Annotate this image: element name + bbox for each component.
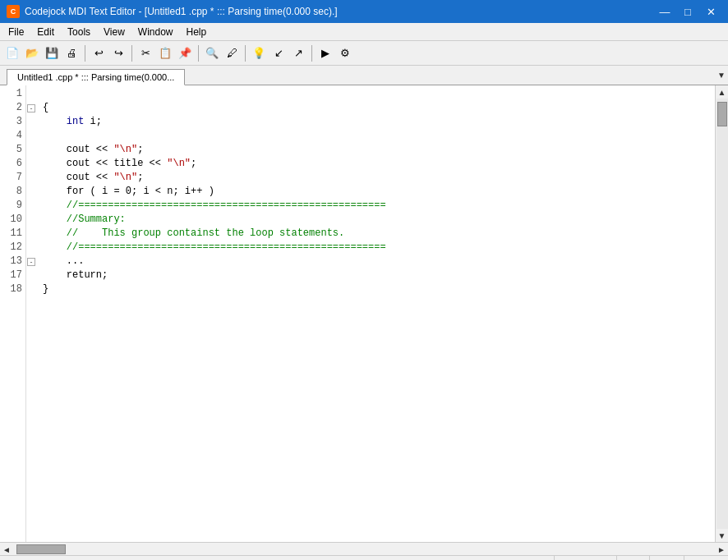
menu-item-edit[interactable]: Edit xyxy=(30,24,61,40)
scroll-track[interactable] xyxy=(716,99,728,529)
line-number-8: 8 xyxy=(0,185,25,199)
line-number-4: 4 xyxy=(0,129,25,143)
toolbar-separator-14 xyxy=(245,45,246,62)
new-button[interactable]: 📄 xyxy=(3,44,21,62)
code-line-4[interactable] xyxy=(38,129,715,143)
line-number-17: 17 xyxy=(0,269,25,282)
run-button[interactable]: ▶ xyxy=(316,44,334,62)
menu-item-view[interactable]: View xyxy=(97,24,131,40)
code-line-1[interactable] xyxy=(38,87,715,101)
code-area[interactable]: { int i; cout << "\n"; cout << title << … xyxy=(38,85,715,542)
fold-margin: -- xyxy=(26,85,38,542)
line-number-5: 5 xyxy=(0,143,25,157)
code-line-11[interactable]: // This group containst the loop stateme… xyxy=(38,227,715,241)
fold-cell-2[interactable]: - xyxy=(26,101,38,115)
code-line-12[interactable]: //======================================… xyxy=(38,241,715,255)
fold-cell-4 xyxy=(26,129,38,143)
line-number-3: 3 xyxy=(0,115,25,129)
code-line-6[interactable]: cout << title << "\n"; xyxy=(38,157,715,171)
menu-item-file[interactable]: File xyxy=(2,24,30,40)
nav1-button[interactable]: ↙ xyxy=(270,44,288,62)
line-number-2: 2 xyxy=(0,101,25,115)
status-cap: CAP xyxy=(616,556,649,560)
code-line-7[interactable]: cout << "\n"; xyxy=(38,171,715,185)
tab-untitled1[interactable]: Untitled1 .cpp * ::: Parsing time(0.000.… xyxy=(7,69,185,85)
code-line-5[interactable]: cout << "\n"; xyxy=(38,143,715,157)
fold-cell-3 xyxy=(26,115,38,129)
fold-icon-13[interactable]: - xyxy=(27,258,35,266)
vertical-scrollbar[interactable]: ▲ ▼ xyxy=(715,85,728,542)
highlight-button[interactable]: 🖊 xyxy=(223,44,241,62)
find-button[interactable]: 🔍 xyxy=(203,44,221,62)
status-bar: Ready Ln 18, Col 2 CAP NUM SCRL xyxy=(0,555,728,560)
menu-item-help[interactable]: Help xyxy=(180,24,214,40)
code-line-10[interactable]: //Summary: xyxy=(38,213,715,227)
paste-button[interactable]: 📌 xyxy=(176,44,194,62)
fold-icon-2[interactable]: - xyxy=(27,104,35,112)
status-num: NUM xyxy=(649,556,684,560)
code-line-13[interactable]: ... xyxy=(38,255,715,269)
menu-item-window[interactable]: Window xyxy=(131,24,180,40)
print-button[interactable]: 🖨 xyxy=(62,44,81,62)
fold-cell-9 xyxy=(26,199,38,213)
close-button[interactable]: ✕ xyxy=(700,3,721,20)
code-line-2[interactable]: { xyxy=(38,101,715,115)
scroll-down-arrow[interactable]: ▼ xyxy=(716,529,729,542)
undo-button[interactable]: ↩ xyxy=(90,44,108,62)
save-button[interactable]: 💾 xyxy=(43,44,61,62)
fold-cell-11 xyxy=(26,227,38,241)
hscroll-left-arrow[interactable]: ◄ xyxy=(0,543,13,556)
toolbar-separator-18 xyxy=(311,45,312,62)
fold-cell-13[interactable]: - xyxy=(26,255,38,269)
menu-bar: FileEditToolsViewWindowHelp xyxy=(0,23,728,41)
fold-cell-12 xyxy=(26,241,38,255)
tab-label: Untitled1 .cpp * ::: Parsing time(0.000.… xyxy=(17,72,174,82)
config-button[interactable]: ⚙ xyxy=(336,44,354,62)
code-line-8[interactable]: for ( i = 0; i < n; i++ ) xyxy=(38,185,715,199)
fold-cell-6 xyxy=(26,157,38,171)
title-bar: C Codejock MDI Text Editor - [Untitled1 … xyxy=(0,0,728,23)
fold-cell-10 xyxy=(26,213,38,227)
status-scrl: SCRL xyxy=(684,556,721,560)
menu-item-tools[interactable]: Tools xyxy=(61,24,97,40)
line-number-9: 9 xyxy=(0,199,25,213)
fold-cell-5 xyxy=(26,143,38,157)
window-title: Codejock MDI Text Editor - [Untitled1 .c… xyxy=(25,6,654,17)
status-position: Ln 18, Col 2 xyxy=(554,556,616,560)
line-number-11: 11 xyxy=(0,227,25,241)
scroll-thumb[interactable] xyxy=(717,102,727,126)
code-line-17[interactable]: return; xyxy=(38,269,715,282)
line-number-13: 13 xyxy=(0,255,25,269)
nav2-button[interactable]: ↗ xyxy=(289,44,307,62)
maximize-button[interactable]: □ xyxy=(677,3,698,20)
code-line-3[interactable]: int i; xyxy=(38,115,715,129)
hscroll-right-arrow[interactable]: ► xyxy=(715,543,728,556)
tab-scroll-right[interactable]: ▼ xyxy=(715,65,728,85)
hscroll-thumb[interactable] xyxy=(16,544,66,554)
hscroll-track[interactable] xyxy=(13,543,715,555)
code-line-18[interactable]: } xyxy=(38,282,715,296)
editor-container: 123456789101112131718 -- { int i; cout <… xyxy=(0,85,728,542)
line-number-6: 6 xyxy=(0,157,25,171)
horizontal-scrollbar[interactable]: ◄ ► xyxy=(0,542,728,555)
app-icon: C xyxy=(7,5,20,18)
open-button[interactable]: 📂 xyxy=(23,44,41,62)
line-number-10: 10 xyxy=(0,213,25,227)
toolbar-separator-7 xyxy=(131,45,132,62)
scroll-up-arrow[interactable]: ▲ xyxy=(716,85,729,99)
line-number-18: 18 xyxy=(0,282,25,296)
line-number-1: 1 xyxy=(0,87,25,101)
bookmark-button[interactable]: 💡 xyxy=(250,44,268,62)
code-line-9[interactable]: //======================================… xyxy=(38,199,715,213)
fold-cell-1 xyxy=(26,87,38,101)
fold-cell-8 xyxy=(26,185,38,199)
minimize-button[interactable]: — xyxy=(654,3,675,20)
copy-button[interactable]: 📋 xyxy=(156,44,174,62)
line-number-12: 12 xyxy=(0,241,25,255)
cut-button[interactable]: ✂ xyxy=(136,44,154,62)
line-number-7: 7 xyxy=(0,171,25,185)
fold-cell-17 xyxy=(26,269,38,282)
line-numbers: 123456789101112131718 xyxy=(0,85,26,542)
redo-button[interactable]: ↪ xyxy=(109,44,127,62)
toolbar-separator-11 xyxy=(198,45,199,62)
